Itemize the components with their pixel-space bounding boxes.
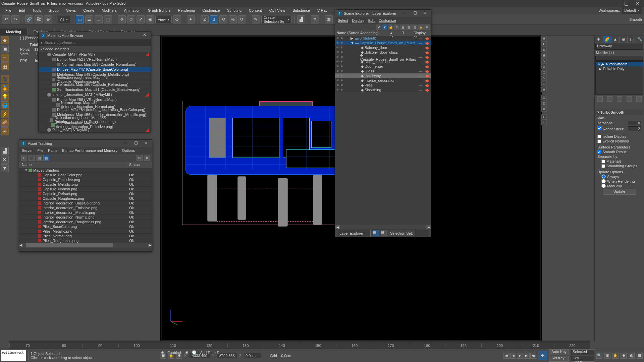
vtool-10[interactable]: ◉	[541, 87, 547, 92]
snap-toggle-2[interactable]: 2	[201, 15, 209, 23]
nav-5[interactable]: ◐	[629, 353, 635, 359]
at-btn-1[interactable]: ↻	[21, 155, 27, 161]
asset-row[interactable]: Capsule_Refract.pngOk	[19, 191, 152, 196]
mat-row[interactable]: Normal map: Map #59 (Interior_decoration…	[39, 102, 151, 107]
adaptive-button[interactable]: ⊙	[161, 350, 164, 355]
update-manual-radio[interactable]	[601, 184, 606, 188]
vtool-5[interactable]: ↘	[541, 58, 547, 64]
refcoord-dropdown[interactable]: View ▾	[155, 16, 172, 23]
mat-row[interactable]: Diffuse: Map #47 (Capsule_BaseColor.png)	[39, 67, 151, 72]
mod-turbosmooth[interactable]: 👁 ▶ TurboSmooth	[596, 62, 643, 66]
named-selset-dropdown[interactable]: Create Selection Se ▾	[261, 16, 291, 23]
at-menu-options[interactable]: Options	[122, 148, 135, 153]
vtool-12[interactable]: ▥	[541, 101, 547, 106]
vtool-1[interactable]: ◉	[541, 36, 547, 41]
vtool-13[interactable]: ▦	[541, 106, 547, 112]
asset-row[interactable]: Interior_decoration_Emissive.pngOk	[19, 205, 152, 210]
scene-row[interactable]: 👁❄◆ Balcony_door—🫖	[335, 45, 431, 50]
at-menu-bitmap-performance-and-memory[interactable]: Bitmap Performance and Memory	[62, 148, 117, 153]
update-always-radio[interactable]	[601, 174, 606, 179]
nav-2[interactable]: ▣	[604, 353, 610, 359]
se-max-button[interactable]: ▢	[411, 10, 419, 16]
mat-row[interactable]: Interior_decoration_MAT ( VRayMtl )	[39, 92, 151, 97]
left-tool-3[interactable]: ☰	[1, 54, 9, 62]
key-mode-button[interactable]: ✚	[538, 351, 547, 360]
se-col-frozen[interactable]: ▲ Fr...	[389, 31, 401, 36]
at-col-status[interactable]: Status	[126, 162, 152, 168]
percent-snap-button[interactable]: %	[229, 15, 237, 23]
goto-end-button[interactable]: ⏭	[530, 353, 536, 359]
asset-row[interactable]: Piles_Roughness.pngOk	[19, 238, 152, 243]
asset-row[interactable]: Interior_decoration_Roughness.pngOk	[19, 220, 152, 224]
prev-frame-button[interactable]: ◀	[510, 353, 516, 359]
left-tool-6[interactable]: 🥇	[1, 84, 9, 92]
se-tb-lock[interactable]: 🔒	[388, 24, 393, 30]
rect-region-button[interactable]: ▭	[95, 15, 103, 23]
scene-row[interactable]: 👁❄◆ Piles—🫖	[335, 83, 431, 87]
nav-1[interactable]: 🔍	[596, 353, 602, 359]
goto-start-button[interactable]: ⏮	[503, 353, 509, 359]
utilities-tab[interactable]: 🔧	[636, 36, 644, 43]
undo-button[interactable]: ↶	[2, 15, 10, 23]
smooth-result-check[interactable]	[597, 150, 601, 154]
select-object-button[interactable]: ▭	[76, 15, 84, 23]
minimize-button[interactable]: —	[610, 1, 621, 6]
mat-row[interactable]: Normal map: Map #53 (Capsule_Normal.png)	[39, 62, 151, 67]
mat-row[interactable]: Bump: Map #52 ( VRayNormalMap )	[39, 57, 151, 62]
asset-row[interactable]: Capsule_Normal.pngOk	[19, 187, 152, 191]
mat-row[interactable]: Reflection roughness: Map #48 (Capsule_R…	[39, 77, 151, 82]
scene-row[interactable]: 👁❄◆ Glass—🫖	[335, 69, 431, 73]
asset-row[interactable]: Piles_Metallic.pngOk	[19, 229, 152, 234]
se-tb-5[interactable]: ◆	[418, 24, 424, 30]
asset-row[interactable]: Interior_decoration_Normal.pngOk	[19, 215, 152, 220]
menu-substance[interactable]: Substance	[289, 7, 313, 13]
select-place-button[interactable]: ◉	[146, 15, 154, 23]
se-col-name[interactable]: Name (Sorted Ascending)	[335, 31, 389, 36]
select-scale-button[interactable]: ⤢	[137, 15, 145, 23]
render-iters-check[interactable]	[597, 126, 602, 130]
link-button[interactable]: 🔗	[25, 15, 33, 23]
asset-row[interactable]: Interior_decoration_Metallic.pngOk	[19, 210, 152, 215]
se-footer-btn1[interactable]: ▦	[373, 230, 379, 236]
left-tool-11[interactable]: ☀	[1, 127, 9, 135]
selection-set-dropdown[interactable]	[415, 230, 429, 237]
nav-3[interactable]: ✋	[612, 353, 619, 359]
sep-materials-check[interactable]	[601, 160, 605, 163]
vtool-9[interactable]: ⊞	[541, 81, 547, 86]
next-frame-button[interactable]: ▶|	[524, 353, 530, 359]
layer-explorer-dropdown[interactable]: Layer Explorer	[337, 230, 371, 237]
workspaces-dropdown[interactable]: Default ▾	[622, 7, 642, 14]
se-col-render[interactable]: R...	[401, 31, 413, 36]
window-crossing-button[interactable]: ⬚	[104, 15, 112, 23]
pin-stack-button[interactable]	[597, 96, 603, 102]
at-menu-file[interactable]: File	[37, 148, 43, 153]
se-horiz-scrollbar[interactable]: ◀▶	[335, 225, 431, 230]
bind-button[interactable]: ⊕	[44, 15, 52, 23]
vtool-15[interactable]: ⬇	[541, 120, 547, 125]
left-tool-12[interactable]: ▟	[1, 147, 9, 155]
set-key-button[interactable]: Set Key	[549, 356, 569, 362]
scene-row[interactable]: 👁❄◆ Capsule_House_Small_on_Pillars—🫖	[335, 55, 431, 59]
se-col-display[interactable]: Display as	[413, 31, 431, 36]
at-col-name[interactable]: Name	[19, 162, 126, 168]
vtool-14[interactable]: ➤	[541, 114, 547, 120]
show-end-result-button[interactable]	[607, 96, 612, 102]
at-btn-4[interactable]: ▦	[43, 155, 49, 161]
update-button[interactable]: Update	[603, 189, 636, 195]
update-render-radio[interactable]	[601, 179, 606, 183]
se-tb-filter[interactable]: ▼	[382, 24, 387, 30]
menu-content[interactable]: Content	[246, 7, 265, 13]
at-close-button[interactable]: ✕	[142, 140, 150, 146]
left-tool-13[interactable]: ✕	[1, 156, 9, 164]
maxscript-listener[interactable]: outlinerNest	[1, 350, 26, 361]
left-tool-4[interactable]: ▦	[1, 62, 9, 70]
align-button[interactable]: ≡	[311, 15, 319, 23]
scene-row[interactable]: 👁❄◆ Hatchway—🫖	[335, 73, 431, 78]
vtool-6[interactable]: ⊕	[541, 64, 547, 69]
at-group-row[interactable]: ▾ Maps / Shaders	[19, 168, 152, 173]
at-btn-5[interactable]: ⟳	[137, 155, 143, 161]
nav-6[interactable]: ▦	[637, 353, 643, 359]
pivot-button[interactable]: ⊙	[173, 15, 181, 23]
menu-edit[interactable]: Edit	[15, 7, 29, 13]
key-filters-button[interactable]: Key Filters...	[571, 356, 594, 362]
